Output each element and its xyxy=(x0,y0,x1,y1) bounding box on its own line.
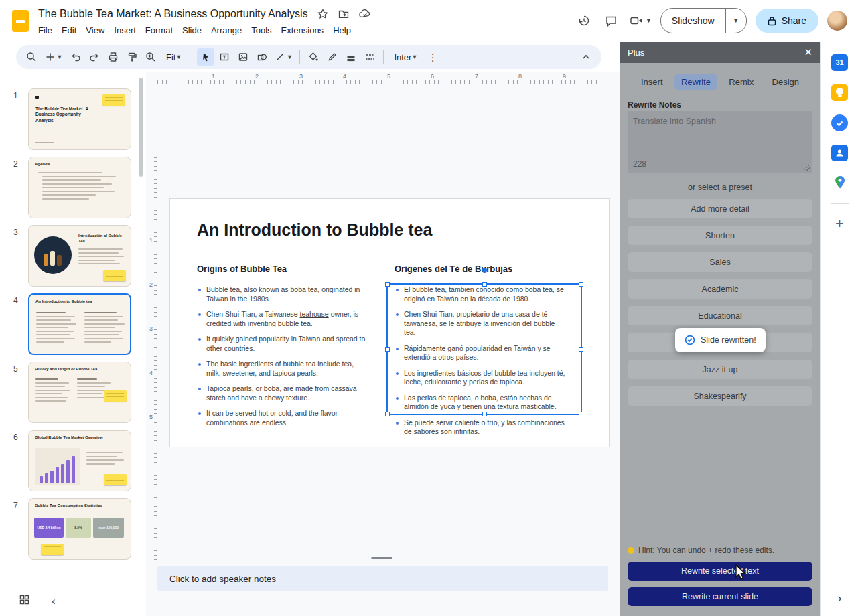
more-options-icon[interactable]: ⋮ xyxy=(424,48,441,66)
slide-title[interactable]: An Introduction to Bubble tea xyxy=(197,220,432,240)
preset-shakespearify[interactable]: Shakespearify xyxy=(628,386,812,406)
paint-format-icon[interactable] xyxy=(123,48,141,66)
add-addon-icon[interactable]: + xyxy=(830,214,850,234)
sticky-note xyxy=(104,474,127,485)
menu-file[interactable]: File xyxy=(33,24,57,37)
resize-handle-n[interactable] xyxy=(482,282,487,287)
slide-thumbnail-1[interactable]: 1 The Bubble Tea Market: A Business Oppo… xyxy=(0,88,146,150)
close-icon[interactable]: ✕ xyxy=(804,46,812,58)
rewrite-current-slide-button[interactable]: Rewrite current slide xyxy=(628,587,812,606)
english-text-box[interactable]: Origins of Bubble Tea Bubble tea, also k… xyxy=(197,264,370,434)
preset-sales[interactable]: Sales xyxy=(628,252,812,272)
slide-thumbnail-6[interactable]: 6 Global Bubble Tea Market Overview xyxy=(0,430,146,491)
insert-line-tool[interactable]: ▼ xyxy=(272,48,295,66)
preset-label: or select a preset xyxy=(620,183,820,192)
menu-edit[interactable]: Edit xyxy=(57,24,81,37)
cloud-saved-icon[interactable] xyxy=(358,8,372,20)
expand-rail-icon[interactable]: › xyxy=(838,591,842,605)
slides-logo-icon[interactable] xyxy=(12,10,29,32)
calendar-icon[interactable]: 31 xyxy=(830,52,850,72)
menu-tools[interactable]: Tools xyxy=(246,24,276,37)
insert-shape-tool[interactable] xyxy=(253,48,271,66)
resize-handle-se[interactable] xyxy=(579,412,583,416)
fill-color-tool[interactable] xyxy=(305,48,322,66)
insert-image-tool[interactable] xyxy=(234,48,252,66)
resize-handle-s[interactable] xyxy=(482,412,487,416)
select-tool[interactable] xyxy=(197,48,214,66)
preset-add-more-detail[interactable]: Add more detail xyxy=(628,199,812,218)
selection-box[interactable] xyxy=(386,283,582,415)
tab-insert[interactable]: Insert xyxy=(634,74,670,90)
rewrite-selected-text-button[interactable]: Rewrite selected text xyxy=(628,562,812,581)
resize-handle-w[interactable] xyxy=(385,347,390,352)
preset-educational[interactable]: Educational xyxy=(628,306,812,325)
star-icon[interactable] xyxy=(317,8,329,20)
slideshow-button[interactable]: Slideshow xyxy=(661,9,725,33)
menu-arrange[interactable]: Arrange xyxy=(206,24,246,37)
search-menus-icon[interactable] xyxy=(23,48,40,66)
hide-menus-icon[interactable] xyxy=(577,48,595,66)
panel-title: Plus xyxy=(628,48,644,58)
menu-help[interactable]: Help xyxy=(328,24,356,37)
menu-view[interactable]: View xyxy=(81,24,109,37)
version-history-icon[interactable] xyxy=(575,11,593,30)
slideshow-options-button[interactable]: ▼ xyxy=(725,9,746,33)
present-to-meeting-button[interactable]: ▼ xyxy=(630,15,652,27)
slide-thumbnail-5[interactable]: 5 History and Origin of Bubble Tea xyxy=(0,362,146,423)
ruler-label: 1 xyxy=(149,237,153,244)
collapse-filmstrip-icon[interactable]: ‹ xyxy=(52,595,56,607)
print-icon[interactable] xyxy=(104,48,122,66)
textarea-resize-grip[interactable] xyxy=(804,164,810,171)
rewrite-notes-input[interactable]: Translate into Spanish 228 xyxy=(628,111,812,173)
slide-thumbnail-4-selected[interactable]: 4 An Introduction to Bubble tea xyxy=(0,293,146,355)
slide-thumbnail-7[interactable]: 7 Bubble Tea Consumption Statistics USD … xyxy=(0,498,146,560)
slide-editor[interactable]: An Introduction to Bubble tea Origins of… xyxy=(169,198,610,447)
border-dash-tool[interactable] xyxy=(361,48,378,66)
redo-icon[interactable] xyxy=(86,48,103,66)
notes-resize-handle[interactable] xyxy=(371,557,392,559)
speaker-notes-input[interactable]: Click to add speaker notes xyxy=(157,566,608,591)
new-slide-button[interactable]: ▼ xyxy=(42,48,66,66)
chevron-down-icon: ▼ xyxy=(57,54,63,60)
bubble-tea-photo xyxy=(34,236,72,274)
preset-shorten[interactable]: Shorten xyxy=(628,226,812,245)
tasks-icon[interactable] xyxy=(830,112,850,133)
spellcheck-word: teahouse xyxy=(300,310,329,318)
border-color-tool[interactable] xyxy=(324,48,341,66)
ruler-label: 2 xyxy=(255,73,259,80)
account-avatar[interactable] xyxy=(827,11,847,31)
font-select[interactable]: Inter▼ xyxy=(388,48,423,66)
menu-extensions[interactable]: Extensions xyxy=(277,24,329,37)
tab-remix[interactable]: Remix xyxy=(722,74,760,90)
slide-thumbnail-2[interactable]: 2 Agenda xyxy=(0,157,146,218)
resize-handle-sw[interactable] xyxy=(385,412,390,416)
menu-format[interactable]: Format xyxy=(141,24,177,37)
toolbar: ▼ Fit▼ ▼ xyxy=(16,45,601,69)
preset-academic[interactable]: Academic xyxy=(628,279,812,299)
keep-icon[interactable] xyxy=(830,82,850,102)
rotate-handle[interactable] xyxy=(482,268,487,273)
maps-icon[interactable] xyxy=(830,173,850,193)
menu-insert[interactable]: Insert xyxy=(109,24,141,37)
slide-thumbnail-3[interactable]: 3 Introducción al Bubble Tea xyxy=(0,225,146,287)
tab-design[interactable]: Design xyxy=(766,74,806,90)
border-weight-tool[interactable] xyxy=(342,48,360,66)
undo-icon[interactable] xyxy=(67,48,84,66)
zoom-select[interactable]: Fit▼ xyxy=(161,48,187,66)
contacts-icon[interactable] xyxy=(830,143,850,163)
zoom-icon[interactable] xyxy=(142,48,159,66)
resize-handle-e[interactable] xyxy=(579,347,583,352)
menu-slide[interactable]: Slide xyxy=(177,24,206,37)
resize-handle-nw[interactable] xyxy=(385,282,390,287)
document-title[interactable]: The Bubble Tea Market: A Business Opport… xyxy=(38,8,308,20)
stat-block: 8.5% xyxy=(66,518,91,538)
grid-view-icon[interactable] xyxy=(19,594,30,608)
share-button[interactable]: Share xyxy=(756,9,818,33)
preset-jazz-it-up[interactable]: Jazz it up xyxy=(628,360,812,379)
comments-icon[interactable] xyxy=(602,11,621,30)
slide-number: 7 xyxy=(13,501,18,510)
resize-handle-ne[interactable] xyxy=(579,282,583,287)
text-box-tool[interactable] xyxy=(216,48,233,66)
move-folder-icon[interactable] xyxy=(338,8,350,20)
tab-rewrite[interactable]: Rewrite xyxy=(674,74,717,90)
